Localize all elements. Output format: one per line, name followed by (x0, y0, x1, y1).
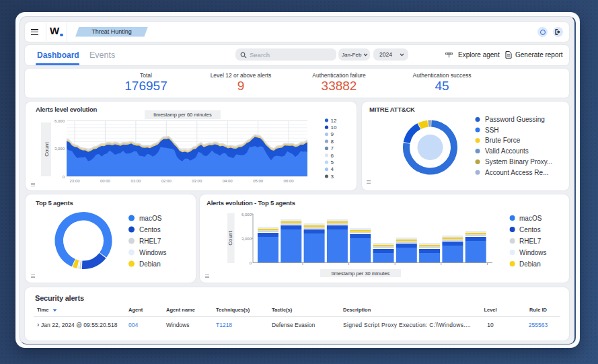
svg-text:00:00: 00:00 (100, 179, 111, 183)
svg-text:Brute Force: Brute Force (485, 137, 521, 144)
svg-text:RHEL7: RHEL7 (519, 238, 541, 245)
svg-text:6: 6 (331, 153, 334, 159)
svg-text:7: 7 (331, 145, 334, 151)
svg-text:3,000: 3,000 (241, 237, 252, 241)
svg-text:0: 0 (63, 175, 65, 179)
svg-text:0: 0 (250, 261, 252, 265)
svg-text:6,000: 6,000 (241, 213, 252, 217)
svg-text:Centos: Centos (139, 226, 161, 233)
svg-text:RHEL7: RHEL7 (139, 238, 161, 245)
svg-text:01:00: 01:00 (130, 179, 141, 183)
svg-text:10: 10 (331, 124, 337, 131)
svg-text:timestamp per 30 minutes: timestamp per 30 minutes (332, 270, 390, 277)
svg-text:Windows: Windows (139, 249, 167, 256)
svg-text:Account Access Re...: Account Access Re... (485, 169, 549, 176)
svg-text:Valid Accounts: Valid Accounts (485, 147, 529, 155)
svg-text:4: 4 (331, 166, 334, 172)
svg-text:Debian: Debian (139, 260, 161, 268)
svg-text:06:00: 06:00 (284, 179, 295, 183)
svg-text:Count: Count (227, 231, 233, 246)
svg-text:System Binary Proxy...: System Binary Proxy... (485, 158, 552, 166)
svg-text:03:00: 03:00 (192, 179, 202, 183)
svg-text:6,000: 6,000 (54, 119, 65, 123)
svg-text:Windows: Windows (519, 249, 547, 256)
svg-text:5: 5 (331, 159, 334, 166)
svg-text:3: 3 (331, 174, 334, 180)
svg-text:04:00: 04:00 (223, 179, 233, 183)
svg-text:8: 8 (331, 139, 334, 145)
svg-text:23:00: 23:00 (69, 179, 80, 183)
svg-text:9: 9 (331, 131, 334, 137)
svg-text:12: 12 (331, 118, 337, 124)
svg-text:Debian: Debian (519, 260, 541, 268)
svg-text:timestamp per 60 minutes: timestamp per 60 minutes (153, 112, 212, 118)
svg-text:Centos: Centos (519, 226, 541, 233)
svg-text:05:00: 05:00 (253, 179, 264, 183)
svg-text:3,000: 3,000 (54, 147, 65, 151)
svg-text:macOS: macOS (139, 215, 162, 222)
svg-text:macOS: macOS (519, 215, 542, 222)
svg-text:Count: Count (44, 142, 50, 157)
svg-text:02:00: 02:00 (161, 179, 172, 183)
svg-text:SSH: SSH (485, 126, 499, 134)
svg-text:Password Guessing: Password Guessing (485, 116, 545, 123)
